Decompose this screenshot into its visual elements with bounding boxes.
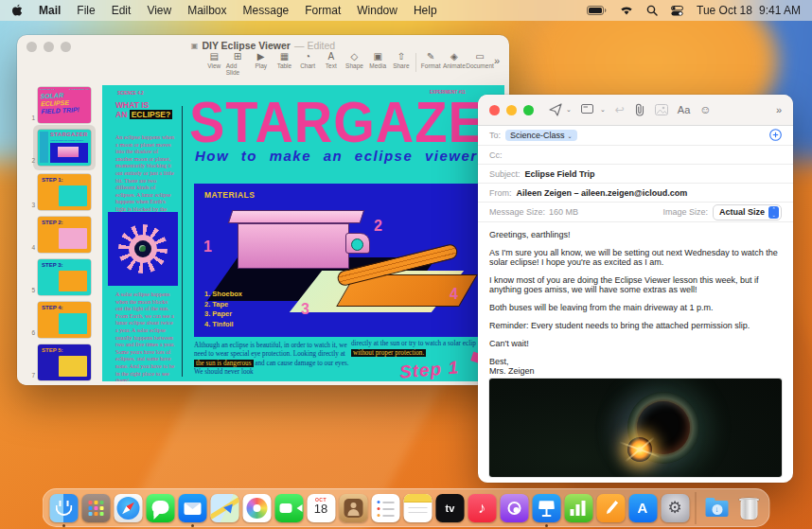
dock-item-music[interactable]: ♪ <box>468 490 497 526</box>
close-button[interactable] <box>489 105 500 115</box>
slide-thumbnail-2[interactable]: STARGAZER How to make an eclipse viewer! <box>38 130 91 166</box>
tape-illustration <box>345 233 370 254</box>
battery-icon[interactable] <box>587 6 607 15</box>
dock-item-calendar[interactable]: OCT18 <box>307 490 336 526</box>
from-value[interactable]: Aileen Zeigen – aileen.zeigen@icloud.com <box>517 188 688 198</box>
control-center-icon[interactable] <box>671 6 683 16</box>
apple-menu-icon[interactable] <box>11 4 23 17</box>
table-button[interactable]: ▦Table <box>273 51 296 69</box>
dock-item-facetime[interactable] <box>274 490 304 526</box>
search-icon[interactable] <box>646 5 658 16</box>
from-field[interactable]: From: Aileen Zeigen – aileen.zeigen@iclo… <box>478 184 793 203</box>
minimize-button[interactable] <box>44 42 54 52</box>
menu-view[interactable]: View <box>147 4 171 17</box>
dock-item-podcasts[interactable] <box>500 490 529 526</box>
protection-highlight: without proper protection. <box>351 349 426 357</box>
text-button[interactable]: AText <box>319 51 343 69</box>
zoom-button[interactable] <box>523 105 534 115</box>
slide-thumbnail-4[interactable]: STEP 2: <box>38 217 91 253</box>
media-button[interactable]: ▣Media <box>366 51 390 69</box>
dock-item-finder[interactable] <box>49 490 79 526</box>
minimize-button[interactable] <box>506 105 517 115</box>
play-button[interactable]: ▶Play <box>249 51 273 69</box>
send-options-chevron-icon[interactable]: ⌄ <box>566 106 572 114</box>
shape-button[interactable]: ◇Shape <box>343 51 366 69</box>
notes-icon <box>403 494 432 522</box>
add-recipient-button[interactable] <box>769 129 782 143</box>
dock-item-photos[interactable] <box>242 490 272 526</box>
emoji-icon[interactable]: ☺ <box>699 103 711 116</box>
add-slide-button[interactable]: ⊞Add Slide <box>226 51 250 76</box>
menu-app-name[interactable]: Mail <box>39 4 61 17</box>
dock-item-system-settings[interactable]: ⚙ <box>661 490 690 526</box>
slide-thumbnail-5[interactable]: STEP 3: <box>38 259 91 295</box>
dock-item-app-store[interactable]: A <box>628 490 658 526</box>
dock-item-mail[interactable] <box>178 490 207 526</box>
format-text-icon[interactable]: Aa <box>678 104 690 115</box>
menu-format[interactable]: Format <box>305 4 341 17</box>
danger-highlight: the sun is dangerous <box>194 360 254 367</box>
mail-toolbar[interactable]: ⌄ ⌄ ↩ Aa ☺ » <box>478 95 793 126</box>
slide-thumbnail-1[interactable]: SCIENCE 4.2EXPERIMENT #11 SOLAR ECLIPSE … <box>38 87 91 123</box>
menu-help[interactable]: Help <box>414 4 437 17</box>
close-button[interactable] <box>26 42 37 52</box>
slide-thumbnail-7[interactable]: STEP 5: <box>38 344 91 380</box>
share-button[interactable]: ⇧Share <box>390 51 414 69</box>
menu-window[interactable]: Window <box>357 4 397 17</box>
attach-icon[interactable] <box>634 103 645 116</box>
chart-button[interactable]: ◔Chart <box>296 51 320 69</box>
menu-bar-time[interactable]: 9:41 AM <box>759 4 801 17</box>
table-icon: ▦ <box>280 51 289 62</box>
wifi-icon[interactable] <box>620 6 633 15</box>
dock-item-downloads[interactable]: ↓ <box>702 490 732 526</box>
cc-field[interactable]: Cc: <box>478 146 793 165</box>
dock-item-notes[interactable] <box>403 490 432 526</box>
toolbar-overflow-button[interactable]: » <box>494 51 500 66</box>
dock-item-numbers[interactable] <box>564 490 593 526</box>
image-size-dropdown[interactable]: Actual Size ⌃ ⌄ <box>713 204 782 220</box>
slide-thumbnail-6[interactable]: STEP 4: <box>38 302 91 338</box>
dock-item-contacts[interactable] <box>339 490 368 526</box>
keynote-title-bar[interactable]: ▣ DIY Eclipse Viewer — Edited <box>17 35 509 49</box>
edited-label: — Edited <box>294 40 335 51</box>
dock-item-launchpad[interactable] <box>81 490 111 526</box>
menu-mailbox[interactable]: Mailbox <box>187 4 226 17</box>
format-button[interactable]: ✎Format <box>419 51 443 69</box>
header-fields-chevron-icon[interactable]: ⌄ <box>600 106 606 114</box>
menu-file[interactable]: File <box>77 4 95 17</box>
media-icon: ▣ <box>373 51 381 62</box>
dock: OCT18 tv ♪ A ⚙ ↓ <box>43 488 770 527</box>
signature-line: Best, <box>489 357 782 366</box>
to-field[interactable]: To: Science-Class ⌄ <box>478 126 793 146</box>
header-fields-icon[interactable] <box>581 104 596 115</box>
document-button[interactable]: ▭Document <box>466 51 494 69</box>
menu-message[interactable]: Message <box>243 4 290 17</box>
subject-value[interactable]: Eclipse Field Trip <box>525 169 595 179</box>
chart-icon: ◔ <box>305 51 310 62</box>
slide-thumbnail-3[interactable]: STEP 1: <box>38 174 91 210</box>
dock-item-safari[interactable] <box>114 490 143 526</box>
send-icon[interactable] <box>549 103 562 116</box>
dock-item-pages[interactable] <box>596 490 626 526</box>
eclipse-photo-attachment[interactable] <box>489 379 782 477</box>
stepper-icon[interactable]: ⌃ ⌄ <box>768 206 779 219</box>
toolbar-overflow-icon[interactable]: » <box>776 104 782 115</box>
dock-item-trash[interactable] <box>734 490 764 526</box>
slide-canvas[interactable]: SCIENCE 4.2 EXPERIMENT #11 WHAT IS AN EC… <box>102 85 504 381</box>
dock-item-tv[interactable]: tv <box>435 490 465 526</box>
facetime-icon <box>274 494 303 522</box>
animate-button[interactable]: ◈Animate <box>443 51 467 69</box>
subject-field[interactable]: Subject: Eclipse Field Trip <box>478 165 793 184</box>
dock-item-reminders[interactable] <box>371 490 400 526</box>
view-button[interactable]: ▤View <box>203 51 226 69</box>
menu-edit[interactable]: Edit <box>112 4 132 17</box>
dock-item-maps[interactable] <box>210 490 239 526</box>
message-body[interactable]: Greetings, earthlings! As I'm sure you a… <box>478 222 793 377</box>
slide-number: 2 <box>25 157 35 164</box>
menu-bar-date[interactable]: Tue Oct 18 <box>697 4 752 17</box>
text-icon: A <box>327 51 334 62</box>
recipient-token[interactable]: Science-Class ⌄ <box>505 130 577 141</box>
zoom-button[interactable] <box>61 42 71 52</box>
dock-item-messages[interactable] <box>146 490 175 526</box>
dock-item-keynote[interactable] <box>532 490 561 526</box>
